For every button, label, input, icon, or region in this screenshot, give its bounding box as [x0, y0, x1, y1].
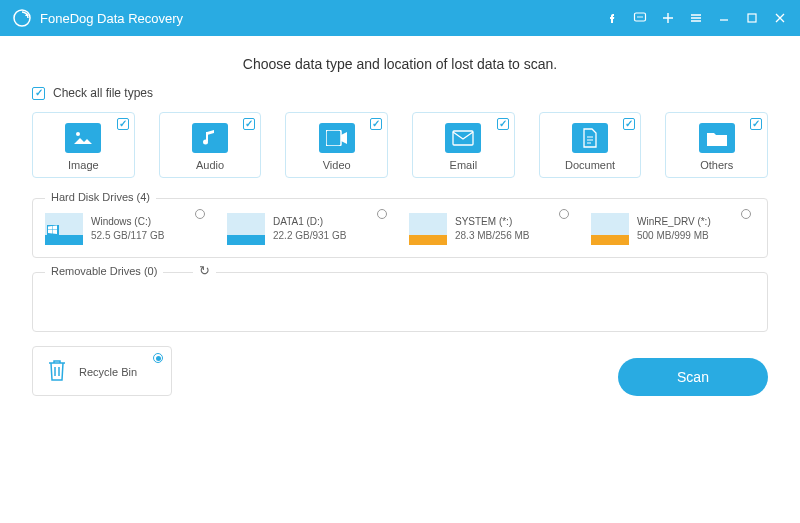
trash-icon — [45, 357, 69, 387]
filetype-label: Email — [419, 159, 508, 171]
svg-point-9 — [203, 140, 208, 145]
drive-item[interactable]: Windows (C:)52.5 GB/117 GB — [45, 213, 209, 245]
drive-icon — [227, 213, 265, 245]
main-content: Choose data type and location of lost da… — [0, 36, 800, 404]
filetype-card-image[interactable]: Image — [32, 112, 135, 178]
filetype-card-video[interactable]: Video — [285, 112, 388, 178]
svg-point-5 — [641, 16, 643, 18]
filetype-checkbox[interactable] — [750, 118, 762, 130]
recycle-bin-label: Recycle Bin — [79, 366, 137, 378]
svg-point-3 — [637, 16, 639, 18]
filetype-label: Video — [292, 159, 381, 171]
page-heading: Choose data type and location of lost da… — [32, 56, 768, 72]
filetype-label: Others — [672, 159, 761, 171]
maximize-icon[interactable] — [740, 6, 764, 30]
others-icon — [699, 123, 735, 153]
email-icon — [445, 123, 481, 153]
svg-rect-6 — [748, 14, 756, 22]
filetype-label: Image — [39, 159, 128, 171]
check-all-checkbox[interactable] — [32, 87, 45, 100]
feedback-icon[interactable] — [628, 6, 652, 30]
menu-icon[interactable] — [684, 6, 708, 30]
drive-info: Windows (C:)52.5 GB/117 GB — [91, 215, 164, 243]
video-icon — [319, 123, 355, 153]
window-controls — [600, 6, 792, 30]
drive-item[interactable]: SYSTEM (*:)28.3 MB/256 MB — [409, 213, 573, 245]
drive-name: Windows (C:) — [91, 215, 164, 229]
filetype-card-email[interactable]: Email — [412, 112, 515, 178]
minimize-icon[interactable] — [712, 6, 736, 30]
drive-name: SYSTEM (*:) — [455, 215, 529, 229]
recycle-bin-radio[interactable] — [153, 353, 163, 363]
scan-button[interactable]: Scan — [618, 358, 768, 396]
titlebar: FoneDog Data Recovery — [0, 0, 800, 36]
drive-info: WinRE_DRV (*:)500 MB/999 MB — [637, 215, 711, 243]
check-all-label: Check all file types — [53, 86, 153, 100]
drive-size: 52.5 GB/117 GB — [91, 229, 164, 243]
svg-point-8 — [76, 132, 80, 136]
drive-radio[interactable] — [559, 209, 569, 219]
svg-point-4 — [639, 16, 641, 18]
drive-item[interactable]: WinRE_DRV (*:)500 MB/999 MB — [591, 213, 755, 245]
hdd-section-title: Hard Disk Drives (4) — [45, 191, 156, 203]
filetype-card-audio[interactable]: Audio — [159, 112, 262, 178]
filetype-card-others[interactable]: Others — [665, 112, 768, 178]
svg-rect-11 — [453, 131, 473, 145]
filetype-row: ImageAudioVideoEmailDocumentOthers — [32, 112, 768, 178]
filetype-checkbox[interactable] — [623, 118, 635, 130]
filetype-checkbox[interactable] — [117, 118, 129, 130]
drive-size: 28.3 MB/256 MB — [455, 229, 529, 243]
drive-icon — [591, 213, 629, 245]
close-icon[interactable] — [768, 6, 792, 30]
drive-size: 22.2 GB/931 GB — [273, 229, 346, 243]
bottom-row: Recycle Bin Scan — [32, 346, 768, 396]
drive-radio[interactable] — [377, 209, 387, 219]
check-all-row[interactable]: Check all file types — [32, 86, 768, 100]
filetype-card-document[interactable]: Document — [539, 112, 642, 178]
drive-info: DATA1 (D:)22.2 GB/931 GB — [273, 215, 346, 243]
filetype-checkbox[interactable] — [243, 118, 255, 130]
hdd-section: Hard Disk Drives (4) Windows (C:)52.5 GB… — [32, 198, 768, 258]
app-title: FoneDog Data Recovery — [40, 11, 600, 26]
filetype-label: Document — [546, 159, 635, 171]
drive-radio[interactable] — [741, 209, 751, 219]
drive-name: DATA1 (D:) — [273, 215, 346, 229]
drive-item[interactable]: DATA1 (D:)22.2 GB/931 GB — [227, 213, 391, 245]
filetype-checkbox[interactable] — [370, 118, 382, 130]
app-logo-icon — [12, 8, 32, 28]
hdd-row: Windows (C:)52.5 GB/117 GBDATA1 (D:)22.2… — [45, 213, 755, 245]
document-icon — [572, 123, 608, 153]
drive-info: SYSTEM (*:)28.3 MB/256 MB — [455, 215, 529, 243]
filetype-label: Audio — [166, 159, 255, 171]
audio-icon — [192, 123, 228, 153]
refresh-icon[interactable]: ↻ — [193, 263, 216, 278]
removable-section: Removable Drives (0) ↻ — [32, 272, 768, 332]
svg-rect-10 — [326, 130, 341, 146]
drive-name: WinRE_DRV (*:) — [637, 215, 711, 229]
recycle-bin-card[interactable]: Recycle Bin — [32, 346, 172, 396]
drive-icon — [409, 213, 447, 245]
drive-size: 500 MB/999 MB — [637, 229, 711, 243]
facebook-icon[interactable] — [600, 6, 624, 30]
filetype-checkbox[interactable] — [497, 118, 509, 130]
drive-radio[interactable] — [195, 209, 205, 219]
add-icon[interactable] — [656, 6, 680, 30]
removable-section-title: Removable Drives (0) — [45, 265, 163, 277]
image-icon — [65, 123, 101, 153]
drive-icon — [45, 213, 83, 245]
